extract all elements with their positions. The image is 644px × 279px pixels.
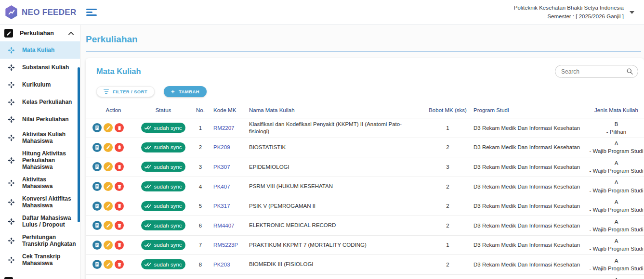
sidebar-item[interactable]: Aktivitas Kuliah Mahasiswa (0, 128, 80, 147)
delete-button[interactable] (115, 241, 124, 250)
jenis-label: - Wajib Program Studi (589, 226, 644, 233)
table-row: sudah sync 6 RM4407 ELEKTRONIC MEDICAL R… (86, 216, 644, 236)
status-badge: sudah sync (141, 240, 185, 250)
double-check-icon (145, 242, 151, 248)
jenis-mata-kuliah: A - Wajib Program Studi (589, 218, 644, 233)
kode-mk-link[interactable]: PK307 (210, 164, 249, 170)
status-badge: sudah sync (141, 123, 185, 133)
delete-button[interactable] (115, 143, 124, 152)
sidebar-scrollbar-thumb[interactable] (78, 67, 80, 222)
jenis-label: - Wajib Program Studi (589, 167, 644, 175)
filter-sort-button[interactable]: FILTER / SORT (96, 86, 155, 97)
sidebar-group-perkuliahan[interactable]: Perkuliahan (0, 25, 80, 41)
mata-kuliah-table: Action Status No. Kode MK Nama Mata Kuli… (86, 104, 644, 279)
magnifier-icon[interactable] (626, 68, 633, 75)
kode-mk-link[interactable]: PK317 (210, 203, 249, 209)
filter-lines-icon (104, 89, 109, 94)
kode-mk-link[interactable]: PK407 (210, 184, 249, 190)
detail-button[interactable] (92, 260, 102, 269)
sidebar-group-pelengkap[interactable]: Pelengkap (0, 273, 80, 279)
move-arrows-icon (0, 179, 22, 187)
sidebar-item-label: Hitung Aktivitas Perkuliahan Mahasiswa (22, 150, 78, 170)
sidebar-item[interactable]: Perhitungan Transkrip Angkatan (0, 231, 80, 250)
table-row: sudah sync 9 PK107 BAHASA INGGRIS III 2 … (86, 275, 644, 279)
jenis-mata-kuliah: A - Wajib Program Studi (589, 276, 644, 279)
jenis-mata-kuliah: A - Wajib Program Studi (589, 140, 644, 155)
jenis-kode: A (589, 257, 644, 265)
sidebar-item[interactable]: Aktivitas Mahasiswa (0, 173, 80, 192)
sidebar-item[interactable]: Nilai Perkuliahan (0, 111, 80, 128)
jenis-kode: B (589, 120, 644, 128)
kode-mk-link[interactable]: RM2207 (210, 125, 249, 131)
mata-kuliah-card: Mata Kuliah FILTER / SORT + TAMBAH (86, 58, 644, 279)
semester-switcher[interactable]: Politeknik Kesehatan Bhakti Setya Indone… (514, 4, 644, 21)
delete-button[interactable] (115, 123, 124, 132)
detail-button[interactable] (92, 202, 102, 211)
bobot-mk: 2 (425, 203, 471, 209)
kode-mk-link[interactable]: PK209 (210, 144, 249, 150)
detail-button[interactable] (92, 143, 102, 152)
bobot-mk: 3 (425, 164, 471, 170)
detail-button[interactable] (92, 182, 102, 191)
main-content: Perkuliahan Mata Kuliah FILTER / SORT + … (80, 25, 644, 279)
bobot-mk: 1 (425, 125, 471, 131)
kode-mk-link[interactable]: RM4407 (210, 223, 249, 228)
program-studi: D3 Rekam Medik Dan Informasi Kesehatan (471, 164, 589, 170)
page-title: Perkuliahan (86, 34, 644, 45)
status-badge: sudah sync (141, 201, 185, 211)
edit-button[interactable] (104, 123, 113, 132)
sidebar-item[interactable]: Konversi Aktifitas Mahasiswa (0, 192, 80, 212)
edit-button[interactable] (104, 162, 113, 171)
detail-button[interactable] (92, 162, 102, 171)
edit-button[interactable] (104, 260, 113, 269)
edit-button[interactable] (104, 221, 113, 230)
nama-mata-kuliah: ELEKTRONIC MEDICAL RECORD (249, 222, 425, 229)
delete-button[interactable] (115, 162, 124, 171)
status-cell: sudah sync (136, 201, 190, 211)
status-label: sudah sync (154, 125, 182, 131)
delete-button[interactable] (115, 221, 124, 230)
edit-button[interactable] (104, 241, 113, 250)
sidebar-item[interactable]: Mata Kuliah (0, 41, 80, 59)
jenis-label: - Wajib Program Studi (589, 187, 644, 194)
col-jenis-mata-kuliah: Jenis Mata Kuliah (589, 107, 644, 113)
program-studi: D3 Rekam Medik Dan Informasi Kesehatan (471, 242, 589, 248)
move-arrows-icon (0, 157, 22, 164)
status-label: sudah sync (154, 223, 182, 228)
tambah-button[interactable]: + TAMBAH (164, 86, 207, 97)
jenis-label: - Wajib Program Studi (589, 206, 644, 214)
hamburger-icon[interactable] (86, 7, 97, 17)
edit-button[interactable] (104, 202, 113, 211)
detail-button[interactable] (92, 123, 102, 132)
row-no: 3 (190, 164, 210, 170)
top-bar: NEO FEEDER Politeknik Kesehatan Bhakti S… (0, 0, 644, 25)
delete-button[interactable] (115, 260, 124, 269)
sidebar-item[interactable]: Substansi Kuliah (0, 59, 80, 76)
status-label: sudah sync (154, 262, 182, 267)
sidebar-item[interactable]: Kurikulum (0, 76, 80, 93)
edit-button[interactable] (104, 143, 113, 152)
kode-mk-link[interactable]: RM5223P (210, 242, 249, 248)
delete-button[interactable] (115, 202, 124, 211)
edit-button[interactable] (104, 182, 113, 191)
bobot-mk: 2 (425, 262, 471, 267)
table-row: sudah sync 1 RM2207 Klasifikasi dan Kode… (86, 118, 644, 138)
delete-button[interactable] (115, 182, 124, 191)
sidebar-item[interactable]: Hitung Aktivitas Perkuliahan Mahasiswa (0, 147, 80, 173)
bobot-mk: 2 (425, 144, 471, 150)
sidebar-item[interactable]: Daftar Mahasiswa Lulus / Dropout (0, 212, 80, 231)
kode-mk-link[interactable]: PK203 (210, 262, 249, 267)
detail-button[interactable] (92, 221, 102, 230)
move-arrows-icon (0, 256, 22, 264)
table-header-row: Action Status No. Kode MK Nama Mata Kuli… (86, 104, 644, 118)
jenis-label: - Wajib Program Studi (589, 147, 644, 155)
status-label: sudah sync (154, 164, 182, 170)
detail-button[interactable] (92, 241, 102, 250)
row-actions (91, 260, 136, 269)
sidebar-item[interactable]: Kelas Perkuliahan (0, 93, 80, 111)
double-check-icon (145, 145, 151, 150)
table-row: sudah sync 2 PK209 BIOSTATISTIK 2 D3 Rek… (86, 138, 644, 158)
sidebar-item-label: Cek Transkrip Mahasiswa (22, 253, 78, 266)
sidebar-item[interactable]: Cek Transkrip Mahasiswa (0, 250, 80, 269)
sidebar-nav: Mata Kuliah Substansi Kuliah Kurikulum (0, 41, 80, 269)
